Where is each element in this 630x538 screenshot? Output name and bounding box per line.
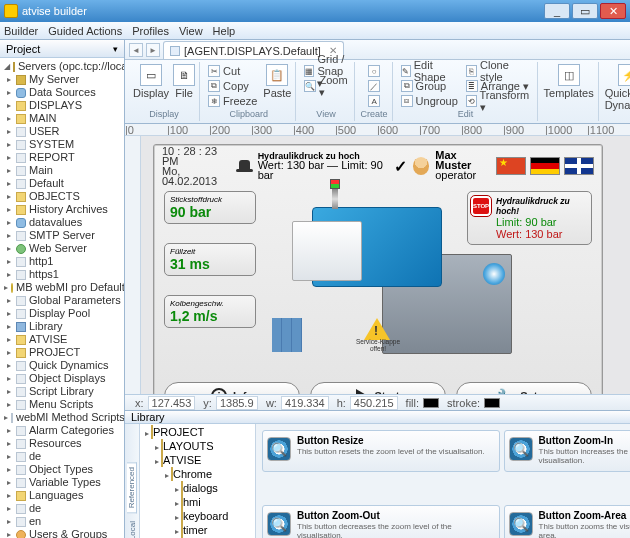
library-tab-referenced[interactable]: Referenced [127,462,137,513]
ribbon-freeze[interactable]: ❄Freeze [206,94,259,108]
tree-node[interactable]: ▸https1 [2,268,124,281]
library-tab-local[interactable]: Local [128,517,137,538]
tree-node[interactable]: ▸Variable Types [2,476,124,489]
tree-node[interactable]: ▸Quick Dynamics [2,359,124,372]
menu-profiles[interactable]: Profiles [132,25,169,37]
library-tree-node[interactable]: ▸Chrome [142,468,253,482]
tab-nav-right[interactable]: ► [146,43,160,57]
ribbon-paste[interactable]: 📋Paste [263,64,291,108]
design-canvas[interactable]: 10 : 28 : 23 PMMo, 04.02.2013 Hydraulikd… [141,136,630,394]
menu-help[interactable]: Help [213,25,236,37]
library-title: Library [131,411,165,423]
tree-node[interactable]: ▸Menu Scripts [2,398,124,411]
ack-check-icon[interactable]: ✓ [394,157,407,176]
tree-node[interactable]: ▸OBJECTS [2,190,124,203]
document-tab-label: [AGENT.DISPLAYS.Default] [184,45,321,57]
tree-node[interactable]: ▸de [2,450,124,463]
library-item[interactable]: Button Zoom-OutThis button decreases the… [262,505,500,538]
library-tree-node[interactable]: ▸ATVISE [142,454,253,468]
ribbon-transform[interactable]: ⟲Transform ▾ [464,94,533,108]
library-tree-node[interactable]: ▸PROJECT [142,426,253,440]
tree-node[interactable]: ▸Web Server [2,242,124,255]
library-side-tabs: Referenced Local [125,424,140,538]
tree-node[interactable]: ▸webMI Method Scripts [2,411,124,424]
ribbon-group-edit: Edit [458,109,474,119]
library-tree-node[interactable]: ▸hmi [142,496,253,510]
tree-node[interactable]: ▸de [2,502,124,515]
tree-node[interactable]: ▸Languages [2,489,124,502]
ribbon-copy[interactable]: ⧉Copy [206,79,259,93]
tree-node[interactable]: ▸Script Library [2,385,124,398]
tree-node[interactable]: ▸Global Parameters [2,294,124,307]
library-tree-node[interactable]: ▸timer [142,524,253,538]
tree-node[interactable]: ▸History Archives [2,203,124,216]
ribbon-display-button[interactable]: ▭Display [133,64,169,99]
tree-node[interactable]: ▸PROJECT [2,346,124,359]
ribbon-templates[interactable]: ◫Templates [544,64,594,99]
play-icon [356,389,368,394]
tree-node[interactable]: ▸Main [2,164,124,177]
magnifier-icon [267,512,291,536]
tree-node[interactable]: ▸DISPLAYS [2,99,124,112]
tree-node[interactable]: ▸Library [2,320,124,333]
flag-germany[interactable] [530,157,560,175]
ribbon-edit-shape[interactable]: ✎Edit Shape [399,64,460,78]
tree-node[interactable]: ▸REPORT [2,151,124,164]
ribbon-quick-dynamics[interactable]: ⚡Quick Dynamics [605,64,630,111]
flag-china[interactable] [496,157,526,175]
ribbon-clone-style[interactable]: ⎘Clone style [464,64,533,78]
start-button[interactable]: Start [310,382,446,394]
tree-node[interactable]: ▸SMTP Server [2,229,124,242]
kpi-kolbengeschw: Kolbengeschw.1,2 m/s [164,295,256,328]
window-close-button[interactable]: ✕ [600,3,626,19]
stroke-swatch[interactable] [484,398,500,408]
ribbon-ungroup[interactable]: ⧈Ungroup [399,94,460,108]
tree-node[interactable]: ▸MB webMI pro Default [2,281,124,294]
info-button[interactable]: iInfo [164,382,300,394]
tree-node[interactable]: ▸Object Types [2,463,124,476]
tree-node[interactable]: ▸Display Pool [2,307,124,320]
ribbon-zoom[interactable]: 🔍Zoom ▾ [302,79,349,93]
pin-icon[interactable]: ▾ [113,44,118,54]
menu-guided-actions[interactable]: Guided Actions [48,25,122,37]
menu-builder[interactable]: Builder [4,25,38,37]
tree-node[interactable]: ▸MAIN [2,112,124,125]
ribbon-shape-line[interactable]: ／ [366,79,382,93]
tree-node[interactable]: ▸en [2,515,124,528]
display-icon [170,46,180,56]
tree-node[interactable]: ▸Data Sources [2,86,124,99]
tree-node[interactable]: ▸Object Displays [2,372,124,385]
library-tree-node[interactable]: ▸LAYOUTS [142,440,253,454]
menu-view[interactable]: View [179,25,203,37]
ribbon-shape-text[interactable]: A [366,94,382,108]
tree-node[interactable]: ▸datavalues [2,216,124,229]
setup-button[interactable]: 🔧Setup [456,382,592,394]
vertical-ruler [125,136,141,394]
flag-uk[interactable] [564,157,594,175]
ribbon-file-button[interactable]: 🗎File [173,64,195,99]
tree-node[interactable]: ▸Users & Groups [2,528,124,538]
tree-node[interactable]: ▸Alarm Categories [2,424,124,437]
tab-nav-left[interactable]: ◄ [129,43,143,57]
ribbon-shape-circle[interactable]: ○ [366,64,382,78]
library-tree[interactable]: ▸PROJECT▸LAYOUTS▸ATVISE▸Chrome▸dialogs▸h… [140,424,256,538]
tree-node[interactable]: ▸SYSTEM [2,138,124,151]
library-tree-node[interactable]: ▸dialogs [142,482,253,496]
tree-node[interactable]: ▸Resources [2,437,124,450]
tree-node[interactable]: ▸ATVISE [2,333,124,346]
tree-node[interactable]: ▸http1 [2,255,124,268]
library-item[interactable]: Button ResizeThis button resets the zoom… [262,430,500,472]
tree-node[interactable]: ▸USER [2,125,124,138]
window-maximize-button[interactable]: ▭ [572,3,598,19]
tree-node[interactable]: ▸My Server [2,73,124,86]
library-item[interactable]: Button Zoom-InThis button increases the … [504,430,630,472]
magnifier-icon [267,437,291,461]
library-tree-node[interactable]: ▸keyboard [142,510,253,524]
fill-swatch[interactable] [423,398,439,408]
library-item[interactable]: Button Zoom-AreaThis button zooms the vi… [504,505,630,538]
ribbon-cut[interactable]: ✂Cut [206,64,259,78]
project-tree[interactable]: ◢Servers (opc.tcp://localhost:4840)▸My S… [0,58,124,538]
ribbon-group[interactable]: ⧉Group [399,79,460,93]
tree-node[interactable]: ▸Default [2,177,124,190]
window-minimize-button[interactable]: _ [544,3,570,19]
